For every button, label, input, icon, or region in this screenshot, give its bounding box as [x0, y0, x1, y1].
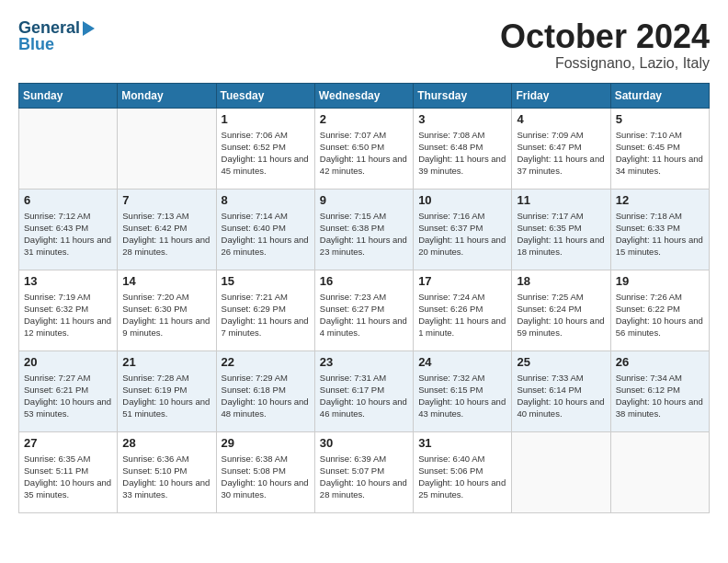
col-header-friday: Friday: [512, 83, 610, 108]
day-info: Sunrise: 7:08 AMSunset: 6:48 PMDaylight:…: [418, 129, 506, 178]
calendar-cell: 11Sunrise: 7:17 AMSunset: 6:35 PMDayligh…: [512, 189, 610, 270]
calendar-cell: 6Sunrise: 7:12 AMSunset: 6:43 PMDaylight…: [19, 189, 118, 270]
calendar-cell: 23Sunrise: 7:31 AMSunset: 6:17 PMDayligh…: [314, 350, 413, 431]
calendar-cell: 12Sunrise: 7:18 AMSunset: 6:33 PMDayligh…: [610, 189, 709, 270]
day-number: 21: [122, 355, 210, 369]
calendar-cell: 14Sunrise: 7:20 AMSunset: 6:30 PMDayligh…: [118, 270, 216, 350]
calendar-cell: 7Sunrise: 7:13 AMSunset: 6:42 PMDaylight…: [118, 189, 216, 270]
page: General Blue October 2024 Fossignano, La…: [0, 0, 728, 523]
day-info: Sunrise: 7:07 AMSunset: 6:50 PMDaylight:…: [320, 129, 408, 178]
day-number: 1: [222, 112, 310, 126]
day-info: Sunrise: 6:38 AMSunset: 5:08 PMDaylight:…: [222, 453, 310, 501]
day-info: Sunrise: 7:16 AMSunset: 6:37 PMDaylight:…: [418, 210, 506, 259]
day-info: Sunrise: 7:20 AMSunset: 6:30 PMDaylight:…: [122, 291, 210, 339]
col-header-wednesday: Wednesday: [314, 83, 413, 108]
day-info: Sunrise: 7:23 AMSunset: 6:27 PMDaylight:…: [320, 291, 408, 339]
day-info: Sunrise: 7:26 AMSunset: 6:22 PMDaylight:…: [616, 291, 704, 339]
col-header-tuesday: Tuesday: [216, 83, 314, 108]
day-number: 24: [418, 355, 506, 369]
calendar-cell: 8Sunrise: 7:14 AMSunset: 6:40 PMDaylight…: [216, 189, 314, 270]
day-info: Sunrise: 7:25 AMSunset: 6:24 PMDaylight:…: [517, 291, 605, 339]
week-row-2: 6Sunrise: 7:12 AMSunset: 6:43 PMDaylight…: [19, 189, 710, 270]
day-info: Sunrise: 7:33 AMSunset: 6:14 PMDaylight:…: [517, 372, 605, 420]
day-number: 23: [320, 355, 408, 369]
day-info: Sunrise: 6:39 AMSunset: 5:07 PMDaylight:…: [320, 453, 408, 501]
day-number: 19: [616, 274, 704, 288]
calendar-cell: 2Sunrise: 7:07 AMSunset: 6:50 PMDaylight…: [314, 108, 413, 189]
logo-text: General Blue: [18, 18, 95, 54]
day-info: Sunrise: 7:28 AMSunset: 6:19 PMDaylight:…: [122, 372, 210, 420]
day-number: 12: [616, 193, 704, 207]
calendar-cell: 13Sunrise: 7:19 AMSunset: 6:32 PMDayligh…: [19, 270, 118, 350]
day-number: 28: [122, 436, 210, 450]
day-number: 20: [24, 355, 112, 369]
location: Fossignano, Lazio, Italy: [500, 55, 710, 72]
logo: General Blue: [18, 18, 95, 54]
day-number: 2: [320, 112, 408, 126]
day-number: 13: [24, 274, 112, 288]
day-number: 10: [418, 193, 506, 207]
day-number: 6: [24, 193, 112, 207]
day-number: 14: [122, 274, 210, 288]
day-number: 17: [418, 274, 506, 288]
day-info: Sunrise: 7:21 AMSunset: 6:29 PMDaylight:…: [222, 291, 310, 339]
day-number: 30: [320, 436, 408, 450]
week-row-5: 27Sunrise: 6:35 AMSunset: 5:11 PMDayligh…: [19, 431, 710, 512]
calendar-cell: 19Sunrise: 7:26 AMSunset: 6:22 PMDayligh…: [610, 270, 709, 350]
day-number: 18: [517, 274, 605, 288]
day-number: 15: [222, 274, 310, 288]
calendar-cell: 21Sunrise: 7:28 AMSunset: 6:19 PMDayligh…: [118, 350, 216, 431]
col-header-monday: Monday: [118, 83, 216, 108]
day-info: Sunrise: 7:32 AMSunset: 6:15 PMDaylight:…: [418, 372, 506, 420]
header: General Blue October 2024 Fossignano, La…: [18, 18, 710, 72]
day-info: Sunrise: 7:10 AMSunset: 6:45 PMDaylight:…: [616, 129, 704, 178]
day-number: 3: [418, 112, 506, 126]
calendar-cell: 10Sunrise: 7:16 AMSunset: 6:37 PMDayligh…: [414, 189, 512, 270]
calendar-cell: 16Sunrise: 7:23 AMSunset: 6:27 PMDayligh…: [314, 270, 413, 350]
day-info: Sunrise: 7:06 AMSunset: 6:52 PMDaylight:…: [222, 129, 310, 178]
day-number: 25: [517, 355, 605, 369]
day-number: 16: [320, 274, 408, 288]
logo-arrow: [83, 21, 95, 36]
calendar-cell: 1Sunrise: 7:06 AMSunset: 6:52 PMDaylight…: [216, 108, 314, 189]
calendar-cell: 17Sunrise: 7:24 AMSunset: 6:26 PMDayligh…: [414, 270, 512, 350]
calendar-cell: 3Sunrise: 7:08 AMSunset: 6:48 PMDaylight…: [414, 108, 512, 189]
day-info: Sunrise: 7:15 AMSunset: 6:38 PMDaylight:…: [320, 210, 408, 259]
day-number: 11: [517, 193, 605, 207]
day-number: 8: [222, 193, 310, 207]
day-number: 29: [222, 436, 310, 450]
header-row: SundayMondayTuesdayWednesdayThursdayFrid…: [19, 83, 710, 108]
col-header-sunday: Sunday: [19, 83, 118, 108]
day-info: Sunrise: 7:31 AMSunset: 6:17 PMDaylight:…: [320, 372, 408, 420]
calendar-cell: 27Sunrise: 6:35 AMSunset: 5:11 PMDayligh…: [19, 431, 118, 512]
calendar-cell: 28Sunrise: 6:36 AMSunset: 5:10 PMDayligh…: [118, 431, 216, 512]
day-number: 7: [122, 193, 210, 207]
day-info: Sunrise: 7:09 AMSunset: 6:47 PMDaylight:…: [517, 129, 605, 178]
logo-blue: Blue: [18, 35, 95, 54]
calendar-cell: [512, 431, 610, 512]
day-info: Sunrise: 6:36 AMSunset: 5:10 PMDaylight:…: [122, 453, 210, 501]
calendar-cell: [19, 108, 118, 189]
day-info: Sunrise: 7:27 AMSunset: 6:21 PMDaylight:…: [24, 372, 112, 420]
calendar-cell: 24Sunrise: 7:32 AMSunset: 6:15 PMDayligh…: [414, 350, 512, 431]
day-info: Sunrise: 7:19 AMSunset: 6:32 PMDaylight:…: [24, 291, 112, 339]
week-row-1: 1Sunrise: 7:06 AMSunset: 6:52 PMDaylight…: [19, 108, 710, 189]
col-header-thursday: Thursday: [414, 83, 512, 108]
calendar-cell: 30Sunrise: 6:39 AMSunset: 5:07 PMDayligh…: [314, 431, 413, 512]
day-info: Sunrise: 7:13 AMSunset: 6:42 PMDaylight:…: [122, 210, 210, 259]
week-row-4: 20Sunrise: 7:27 AMSunset: 6:21 PMDayligh…: [19, 350, 710, 431]
calendar-cell: 22Sunrise: 7:29 AMSunset: 6:18 PMDayligh…: [216, 350, 314, 431]
day-info: Sunrise: 6:40 AMSunset: 5:06 PMDaylight:…: [418, 453, 506, 501]
calendar-cell: [118, 108, 216, 189]
calendar-table: SundayMondayTuesdayWednesdayThursdayFrid…: [18, 83, 710, 513]
day-number: 31: [418, 436, 506, 450]
calendar-cell: 18Sunrise: 7:25 AMSunset: 6:24 PMDayligh…: [512, 270, 610, 350]
calendar-cell: 31Sunrise: 6:40 AMSunset: 5:06 PMDayligh…: [414, 431, 512, 512]
day-info: Sunrise: 6:35 AMSunset: 5:11 PMDaylight:…: [24, 453, 112, 501]
calendar-cell: 5Sunrise: 7:10 AMSunset: 6:45 PMDaylight…: [610, 108, 709, 189]
day-info: Sunrise: 7:12 AMSunset: 6:43 PMDaylight:…: [24, 210, 112, 259]
day-info: Sunrise: 7:17 AMSunset: 6:35 PMDaylight:…: [517, 210, 605, 259]
day-info: Sunrise: 7:24 AMSunset: 6:26 PMDaylight:…: [418, 291, 506, 339]
col-header-saturday: Saturday: [610, 83, 709, 108]
month-title: October 2024: [500, 18, 710, 55]
